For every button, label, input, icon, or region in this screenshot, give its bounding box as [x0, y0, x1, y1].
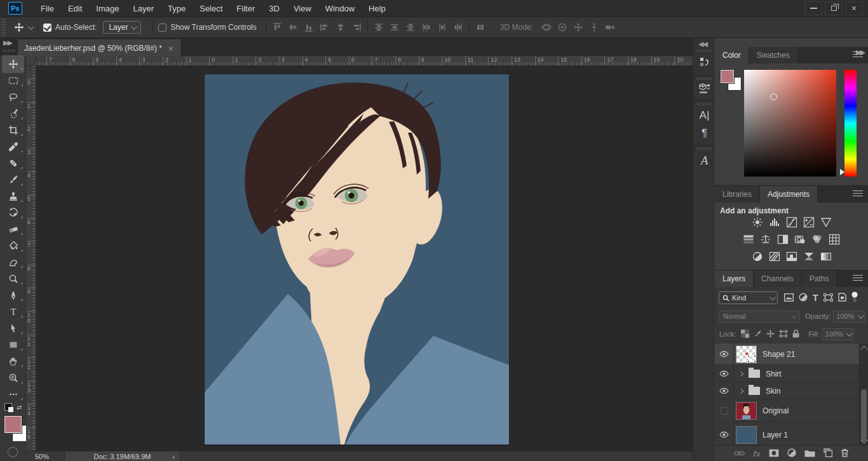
quick-mask-icon[interactable] — [8, 447, 18, 457]
filter-smart-objects-icon[interactable] — [838, 293, 846, 303]
auto-select-target-dropdown[interactable]: Layer — [103, 21, 141, 34]
adjustment-photo-filter-icon[interactable] — [794, 234, 806, 245]
adjustment-vibrance-icon[interactable] — [820, 217, 832, 228]
color-field-cursor[interactable] — [770, 93, 777, 100]
distribute-left-edges[interactable] — [421, 22, 432, 33]
dock-collapse-icon[interactable]: ◀◀ — [698, 40, 707, 48]
adjustment-color-lookup-icon[interactable] — [829, 234, 840, 245]
color-panel-menu-icon[interactable] — [853, 51, 863, 58]
align-left-edges[interactable] — [319, 22, 330, 33]
align-horizontal-centers[interactable] — [335, 22, 346, 33]
distribute-right-edges[interactable] — [452, 22, 464, 33]
swap-colors-icon[interactable]: ⇄ — [17, 404, 22, 411]
zoom-tool[interactable] — [0, 370, 26, 386]
adjustment-invert-icon[interactable] — [752, 251, 763, 262]
adjustment-brightness-contrast-icon[interactable] — [752, 217, 763, 228]
show-transform-checkbox[interactable] — [158, 23, 166, 32]
visibility-eye-icon[interactable] — [715, 344, 734, 364]
pen-tool[interactable] — [0, 287, 26, 304]
add-adjustment-icon[interactable] — [787, 448, 796, 459]
lock-pixels-icon[interactable] — [754, 330, 762, 339]
history-panel-icon[interactable] — [693, 56, 715, 69]
adjustment-selective-color-icon[interactable] — [803, 251, 815, 262]
hand-tool[interactable] — [0, 353, 26, 370]
color-field[interactable] — [744, 70, 836, 177]
align-bottom-edges[interactable] — [303, 22, 315, 33]
adjustment-threshold-icon[interactable] — [786, 251, 797, 262]
layer-row-skin[interactable]: Skin — [715, 383, 859, 399]
brush-tool[interactable] — [0, 171, 26, 188]
menu-edit[interactable]: Edit — [61, 1, 89, 16]
adjustment-hue-saturation-icon[interactable] — [743, 234, 754, 245]
left-dock-collapse[interactable]: ▶▶ — [0, 38, 18, 57]
restore-button[interactable] — [825, 1, 843, 15]
distribute-bottom-edges[interactable] — [405, 22, 416, 33]
layer-row-shape-21[interactable]: Shape 21 — [715, 344, 859, 365]
foreground-color-swatch[interactable] — [721, 70, 734, 83]
spot-healing-brush-tool[interactable] — [0, 155, 26, 171]
visibility-eye-icon[interactable] — [715, 423, 734, 446]
link-layers-icon[interactable] — [734, 450, 745, 458]
distribute-vertical-centers[interactable] — [389, 22, 400, 33]
group-expand-chevron[interactable] — [738, 371, 743, 376]
adjustment-color-balance-icon[interactable] — [760, 234, 771, 245]
layer-row-layer-1[interactable]: Layer 1 — [715, 423, 859, 447]
adjustment-exposure-icon[interactable] — [803, 217, 815, 228]
blend-mode-dropdown[interactable]: Normal — [719, 311, 800, 323]
add-mask-icon[interactable] — [769, 449, 779, 459]
type-tool[interactable]: T — [0, 304, 26, 320]
lock-artboard-icon[interactable] — [779, 330, 788, 339]
layers-tab-paths[interactable]: Paths — [802, 271, 837, 287]
adjustment-gradient-map-icon[interactable] — [820, 251, 832, 262]
filter-shape-layers-icon[interactable] — [824, 293, 833, 303]
layers-panel-menu-icon[interactable] — [853, 275, 863, 281]
foreground-color-swatch[interactable] — [4, 416, 22, 433]
3d-roll-icon[interactable] — [557, 22, 568, 33]
eraser-tool[interactable] — [0, 221, 26, 237]
layer-filter-dropdown[interactable]: Kind — [719, 291, 778, 304]
adjustment-posterize-icon[interactable] — [769, 251, 780, 262]
document-tab[interactable]: JaedenLieberher.psd @ 50% (RGB/8#) * × — [18, 39, 182, 57]
scroll-up-icon[interactable] — [860, 345, 867, 352]
layer-name[interactable]: Layer 1 — [763, 431, 788, 439]
opacity-value[interactable]: 100% — [833, 311, 865, 323]
3d-orbit-icon[interactable] — [541, 22, 552, 33]
3d-slide-icon[interactable] — [588, 22, 600, 33]
group-expand-chevron[interactable] — [738, 388, 743, 393]
layers-tab-channels[interactable]: Channels — [754, 271, 802, 287]
auto-select-checkbox[interactable] — [43, 23, 51, 32]
layer-row-shirt[interactable]: Shirt — [715, 366, 859, 382]
character-panel-icon[interactable]: A| — [693, 109, 715, 122]
menu-image[interactable]: Image — [89, 1, 126, 16]
fill-value[interactable]: 100% — [822, 328, 853, 340]
visibility-eye-icon[interactable] — [715, 383, 734, 399]
paragraph-panel-icon[interactable]: ¶ — [693, 127, 715, 140]
path-selection-tool[interactable] — [0, 320, 26, 337]
color-tab-swatches[interactable]: Swatches — [749, 47, 798, 63]
menu-type[interactable]: Type — [161, 1, 193, 16]
layer-name[interactable]: Original — [763, 406, 789, 415]
canvas-document[interactable] — [205, 74, 509, 444]
menu-select[interactable]: Select — [193, 1, 229, 16]
scrollbar-thumb[interactable] — [861, 389, 867, 441]
properties-panel-icon[interactable] — [693, 83, 715, 95]
menu-file[interactable]: File — [34, 1, 61, 16]
filter-adjustment-layers-icon[interactable] — [799, 293, 808, 303]
new-group-icon[interactable] — [804, 449, 815, 459]
layer-name[interactable]: Skin — [766, 387, 780, 396]
menu-3d[interactable]: 3D — [262, 1, 287, 16]
distribute-spacing-vertical[interactable] — [475, 22, 486, 33]
crop-tool[interactable] — [0, 122, 26, 138]
new-layer-icon[interactable] — [824, 448, 832, 459]
adjustment-channel-mixer-icon[interactable] — [811, 234, 823, 245]
adjustments-tab-libraries[interactable]: Libraries — [715, 186, 760, 203]
layers-tab-layers[interactable]: Layers — [715, 271, 754, 287]
visibility-eye-icon[interactable] — [715, 366, 734, 382]
glyphs-panel-icon[interactable]: A — [693, 154, 715, 168]
menu-layer[interactable]: Layer — [126, 1, 161, 16]
clone-stamp-tool[interactable] — [0, 188, 26, 204]
rectangle-tool[interactable] — [0, 337, 26, 353]
align-right-edges[interactable] — [351, 22, 362, 33]
3d-pan-icon[interactable] — [573, 22, 584, 33]
lock-position-icon[interactable] — [766, 330, 775, 339]
